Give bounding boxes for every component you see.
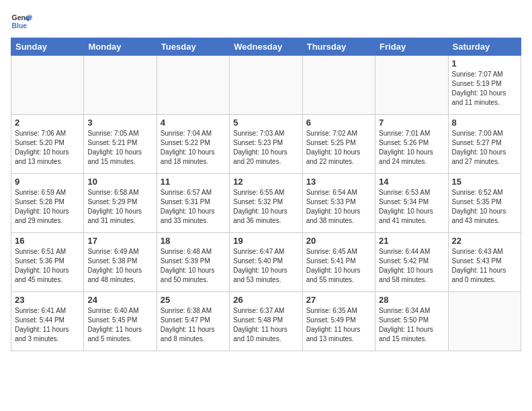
- day-info: Sunrise: 6:38 AM Sunset: 5:47 PM Dayligh…: [161, 306, 226, 344]
- calendar-cell: 12Sunrise: 6:55 AM Sunset: 5:32 PM Dayli…: [230, 174, 302, 233]
- day-number: 5: [233, 118, 298, 128]
- day-number: 6: [306, 118, 371, 128]
- day-info: Sunrise: 6:57 AM Sunset: 5:31 PM Dayligh…: [161, 188, 226, 226]
- calendar-cell: [302, 56, 375, 115]
- header: General Blue: [11, 11, 521, 32]
- week-row-3: 16Sunrise: 6:51 AM Sunset: 5:36 PM Dayli…: [11, 233, 521, 292]
- calendar-cell: 16Sunrise: 6:51 AM Sunset: 5:36 PM Dayli…: [11, 233, 84, 292]
- svg-text:Blue: Blue: [12, 22, 28, 30]
- calendar-cell: 14Sunrise: 6:53 AM Sunset: 5:34 PM Dayli…: [375, 174, 448, 233]
- calendar-cell: 24Sunrise: 6:40 AM Sunset: 5:45 PM Dayli…: [84, 292, 157, 351]
- calendar-cell: 2Sunrise: 7:06 AM Sunset: 5:20 PM Daylig…: [11, 115, 84, 174]
- calendar-cell: [11, 56, 84, 115]
- calendar-cell: [448, 292, 521, 351]
- calendar-cell: 15Sunrise: 6:52 AM Sunset: 5:35 PM Dayli…: [448, 174, 521, 233]
- day-info: Sunrise: 6:35 AM Sunset: 5:49 PM Dayligh…: [306, 306, 371, 344]
- day-info: Sunrise: 6:45 AM Sunset: 5:41 PM Dayligh…: [306, 247, 371, 285]
- day-info: Sunrise: 6:47 AM Sunset: 5:40 PM Dayligh…: [233, 247, 298, 285]
- day-number: 15: [452, 177, 517, 187]
- calendar-cell: 26Sunrise: 6:37 AM Sunset: 5:48 PM Dayli…: [230, 292, 302, 351]
- day-number: 10: [87, 177, 152, 187]
- calendar-cell: [157, 56, 229, 115]
- weekday-header-tuesday: Tuesday: [157, 38, 229, 56]
- weekday-header-thursday: Thursday: [302, 38, 375, 56]
- day-number: 25: [161, 295, 226, 305]
- day-number: 28: [379, 295, 444, 305]
- day-number: 23: [15, 295, 80, 305]
- calendar-cell: 23Sunrise: 6:41 AM Sunset: 5:44 PM Dayli…: [11, 292, 84, 351]
- calendar-cell: [375, 56, 448, 115]
- calendar-cell: 13Sunrise: 6:54 AM Sunset: 5:33 PM Dayli…: [302, 174, 375, 233]
- day-info: Sunrise: 7:00 AM Sunset: 5:27 PM Dayligh…: [452, 129, 517, 167]
- day-info: Sunrise: 6:55 AM Sunset: 5:32 PM Dayligh…: [233, 188, 298, 226]
- calendar-cell: 18Sunrise: 6:48 AM Sunset: 5:39 PM Dayli…: [157, 233, 229, 292]
- day-number: 27: [306, 295, 371, 305]
- day-info: Sunrise: 7:06 AM Sunset: 5:20 PM Dayligh…: [15, 129, 80, 167]
- day-number: 24: [87, 295, 152, 305]
- day-info: Sunrise: 6:54 AM Sunset: 5:33 PM Dayligh…: [306, 188, 371, 226]
- day-number: 4: [161, 118, 226, 128]
- weekday-header-monday: Monday: [84, 38, 157, 56]
- day-number: 11: [161, 177, 226, 187]
- day-info: Sunrise: 7:03 AM Sunset: 5:23 PM Dayligh…: [233, 129, 298, 167]
- calendar-cell: 1Sunrise: 7:07 AM Sunset: 5:19 PM Daylig…: [448, 56, 521, 115]
- day-info: Sunrise: 6:43 AM Sunset: 5:43 PM Dayligh…: [452, 247, 517, 285]
- calendar-cell: 19Sunrise: 6:47 AM Sunset: 5:40 PM Dayli…: [230, 233, 302, 292]
- calendar-cell: 9Sunrise: 6:59 AM Sunset: 5:28 PM Daylig…: [11, 174, 84, 233]
- calendar-cell: [84, 56, 157, 115]
- day-number: 8: [452, 118, 517, 128]
- day-number: 1: [452, 58, 517, 68]
- weekday-header-saturday: Saturday: [448, 38, 521, 56]
- calendar-cell: 10Sunrise: 6:58 AM Sunset: 5:29 PM Dayli…: [84, 174, 157, 233]
- day-info: Sunrise: 6:34 AM Sunset: 5:50 PM Dayligh…: [379, 306, 444, 344]
- day-info: Sunrise: 6:41 AM Sunset: 5:44 PM Dayligh…: [15, 306, 80, 344]
- day-info: Sunrise: 6:52 AM Sunset: 5:35 PM Dayligh…: [452, 188, 517, 226]
- day-info: Sunrise: 6:48 AM Sunset: 5:39 PM Dayligh…: [161, 247, 226, 285]
- day-info: Sunrise: 7:01 AM Sunset: 5:26 PM Dayligh…: [379, 129, 444, 167]
- day-info: Sunrise: 6:53 AM Sunset: 5:34 PM Dayligh…: [379, 188, 444, 226]
- day-info: Sunrise: 7:02 AM Sunset: 5:25 PM Dayligh…: [306, 129, 371, 167]
- calendar-cell: 6Sunrise: 7:02 AM Sunset: 5:25 PM Daylig…: [302, 115, 375, 174]
- day-info: Sunrise: 6:58 AM Sunset: 5:29 PM Dayligh…: [87, 188, 152, 226]
- calendar-cell: 27Sunrise: 6:35 AM Sunset: 5:49 PM Dayli…: [302, 292, 375, 351]
- day-number: 14: [379, 177, 444, 187]
- week-row-0: 1Sunrise: 7:07 AM Sunset: 5:19 PM Daylig…: [11, 56, 521, 115]
- calendar-cell: 28Sunrise: 6:34 AM Sunset: 5:50 PM Dayli…: [375, 292, 448, 351]
- day-info: Sunrise: 6:37 AM Sunset: 5:48 PM Dayligh…: [233, 306, 298, 344]
- calendar-cell: 7Sunrise: 7:01 AM Sunset: 5:26 PM Daylig…: [375, 115, 448, 174]
- calendar-cell: 22Sunrise: 6:43 AM Sunset: 5:43 PM Dayli…: [448, 233, 521, 292]
- week-row-4: 23Sunrise: 6:41 AM Sunset: 5:44 PM Dayli…: [11, 292, 521, 351]
- calendar-cell: 21Sunrise: 6:44 AM Sunset: 5:42 PM Dayli…: [375, 233, 448, 292]
- day-info: Sunrise: 6:59 AM Sunset: 5:28 PM Dayligh…: [15, 188, 80, 226]
- day-info: Sunrise: 6:51 AM Sunset: 5:36 PM Dayligh…: [15, 247, 80, 285]
- weekday-header-row: SundayMondayTuesdayWednesdayThursdayFrid…: [11, 38, 521, 56]
- weekday-header-friday: Friday: [375, 38, 448, 56]
- day-number: 3: [87, 118, 152, 128]
- calendar-cell: 11Sunrise: 6:57 AM Sunset: 5:31 PM Dayli…: [157, 174, 229, 233]
- logo-icon: General Blue: [11, 11, 32, 32]
- day-number: 16: [15, 236, 80, 246]
- calendar-cell: 17Sunrise: 6:49 AM Sunset: 5:38 PM Dayli…: [84, 233, 157, 292]
- day-number: 17: [87, 236, 152, 246]
- day-number: 7: [379, 118, 444, 128]
- day-number: 9: [15, 177, 80, 187]
- calendar-table: SundayMondayTuesdayWednesdayThursdayFrid…: [11, 38, 521, 351]
- calendar-cell: [230, 56, 302, 115]
- calendar-cell: 8Sunrise: 7:00 AM Sunset: 5:27 PM Daylig…: [448, 115, 521, 174]
- day-number: 21: [379, 236, 444, 246]
- day-number: 2: [15, 118, 80, 128]
- calendar-cell: 25Sunrise: 6:38 AM Sunset: 5:47 PM Dayli…: [157, 292, 229, 351]
- day-number: 26: [233, 295, 298, 305]
- day-number: 19: [233, 236, 298, 246]
- weekday-header-wednesday: Wednesday: [230, 38, 302, 56]
- weekday-header-sunday: Sunday: [11, 38, 84, 56]
- day-info: Sunrise: 7:04 AM Sunset: 5:22 PM Dayligh…: [161, 129, 226, 167]
- day-number: 18: [161, 236, 226, 246]
- day-number: 20: [306, 236, 371, 246]
- day-number: 13: [306, 177, 371, 187]
- day-info: Sunrise: 6:49 AM Sunset: 5:38 PM Dayligh…: [87, 247, 152, 285]
- day-number: 12: [233, 177, 298, 187]
- calendar-cell: 5Sunrise: 7:03 AM Sunset: 5:23 PM Daylig…: [230, 115, 302, 174]
- calendar-cell: 3Sunrise: 7:05 AM Sunset: 5:21 PM Daylig…: [84, 115, 157, 174]
- day-info: Sunrise: 6:44 AM Sunset: 5:42 PM Dayligh…: [379, 247, 444, 285]
